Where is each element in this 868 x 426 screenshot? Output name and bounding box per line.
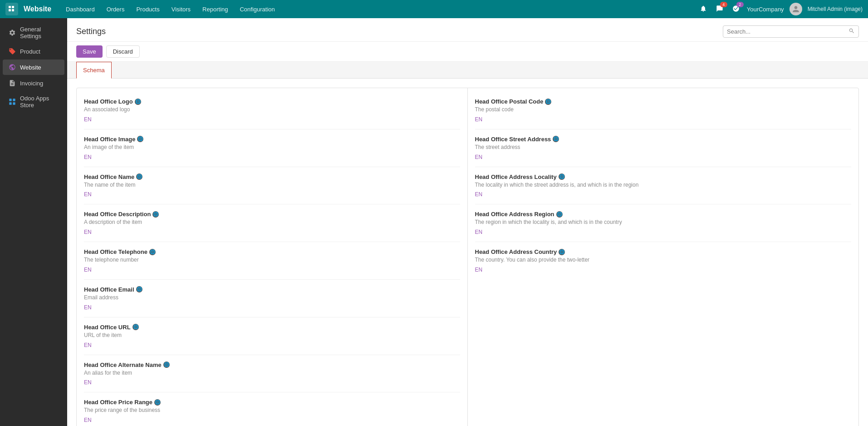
field-head-office-telephone: Head Office Telephone 🌐 The telephone nu…: [84, 242, 460, 280]
field-head-office-address-country: Head Office Address Country 🌐 The countr…: [475, 242, 852, 279]
settings-columns: Head Office Logo 🌐 An associated logo EN…: [76, 88, 859, 426]
field-lang-logo[interactable]: EN: [84, 116, 460, 123]
field-lang-price-range[interactable]: EN: [84, 417, 460, 423]
field-desc-address-locality: The locality in which the street address…: [475, 181, 852, 189]
main-content: Settings Save Discard Schema: [67, 18, 868, 426]
topnav-right: 4 2 YourCompany Mitchell Admin (image): [698, 3, 863, 15]
field-head-office-logo: Head Office Logo 🌐 An associated logo EN: [84, 92, 460, 129]
chat-icon[interactable]: 4: [714, 3, 725, 15]
apps-icon: [8, 98, 16, 106]
svg-rect-4: [9, 99, 11, 101]
field-lang-address-locality[interactable]: EN: [475, 191, 852, 198]
globe-icon-name: 🌐: [136, 173, 142, 180]
field-lang-postal-code[interactable]: EN: [475, 116, 852, 123]
save-button[interactable]: Save: [76, 45, 103, 58]
settings-header: Settings: [67, 18, 868, 42]
sidebar-item-product-label: Product: [20, 48, 40, 55]
sidebar-item-invoicing-label: Invoicing: [20, 80, 43, 87]
svg-rect-2: [9, 9, 11, 11]
field-desc-price-range: The price range of the business: [84, 406, 460, 414]
globe-icon-logo: 🌐: [135, 99, 141, 105]
nav-orders[interactable]: Orders: [101, 3, 130, 15]
sidebar-item-odoo-apps[interactable]: Odoo Apps Store: [3, 91, 64, 112]
search-icon: [848, 28, 855, 35]
sidebar-item-general-settings[interactable]: General Settings: [3, 22, 64, 43]
field-label-name: Head Office Name 🌐: [84, 173, 460, 180]
globe-icon-postal-code: 🌐: [545, 99, 551, 105]
field-lang-street-address[interactable]: EN: [475, 154, 852, 160]
field-lang-address-region[interactable]: EN: [475, 229, 852, 235]
field-desc-postal-code: The postal code: [475, 106, 852, 114]
field-desc-logo: An associated logo: [84, 106, 460, 114]
top-nav: Website Dashboard Orders Products Visito…: [0, 0, 868, 18]
page-title: Settings: [76, 27, 106, 36]
nav-configuration[interactable]: Configuration: [234, 3, 280, 15]
field-head-office-price-range: Head Office Price Range 🌐 The price rang…: [84, 392, 460, 426]
svg-rect-0: [9, 6, 11, 8]
brand-name: Website: [24, 5, 51, 13]
field-lang-name[interactable]: EN: [84, 191, 460, 198]
field-head-office-url: Head Office URL 🌐 URL of the item EN: [84, 317, 460, 355]
field-desc-alt-name: An alias for the item: [84, 369, 460, 377]
tag-icon: [8, 47, 16, 55]
field-lang-url[interactable]: EN: [84, 342, 460, 348]
app-grid-icon[interactable]: [5, 3, 18, 15]
globe-icon-alt-name: 🌐: [163, 362, 170, 368]
globe-icon-address-locality: 🌐: [559, 173, 565, 180]
globe-icon-telephone: 🌐: [149, 249, 156, 255]
globe-icon-address-country: 🌐: [559, 249, 565, 255]
sidebar-item-website-label: Website: [20, 64, 41, 71]
field-head-office-address-region: Head Office Address Region 🌐 The region …: [475, 204, 852, 242]
field-label-price-range: Head Office Price Range 🌐: [84, 399, 460, 406]
sidebar: General Settings Product Website Invoici…: [0, 18, 67, 426]
sidebar-item-invoicing[interactable]: Invoicing: [3, 75, 64, 91]
right-column: Head Office Postal Code 🌐 The postal cod…: [468, 88, 859, 426]
field-head-office-alternate-name: Head Office Alternate Name 🌐 An alias fo…: [84, 355, 460, 393]
field-label-address-country: Head Office Address Country 🌐: [475, 248, 852, 255]
search-input[interactable]: [727, 28, 848, 35]
field-lang-email[interactable]: EN: [84, 304, 460, 311]
field-label-postal-code: Head Office Postal Code 🌐: [475, 98, 852, 105]
activity-icon[interactable]: 2: [731, 3, 741, 15]
field-lang-desc[interactable]: EN: [84, 229, 460, 235]
nav-visitors[interactable]: Visitors: [166, 3, 196, 15]
field-label-telephone: Head Office Telephone 🌐: [84, 248, 460, 255]
field-label-logo: Head Office Logo 🌐: [84, 98, 460, 105]
field-head-office-name: Head Office Name 🌐 The name of the item …: [84, 167, 460, 205]
nav-reporting[interactable]: Reporting: [197, 3, 233, 15]
field-lang-address-country[interactable]: EN: [475, 267, 852, 273]
globe-icon-url: 🌐: [132, 324, 139, 330]
tab-schema[interactable]: Schema: [76, 62, 112, 79]
field-lang-telephone[interactable]: EN: [84, 267, 460, 273]
field-desc-email: Email address: [84, 294, 460, 302]
nav-dashboard[interactable]: Dashboard: [60, 3, 100, 15]
toolbar: Save Discard: [67, 42, 868, 62]
settings-content: Head Office Logo 🌐 An associated logo EN…: [67, 79, 868, 426]
nav-products[interactable]: Products: [131, 3, 165, 15]
field-label-address-locality: Head Office Address Locality 🌐: [475, 173, 852, 180]
field-desc-street-address: The street address: [475, 144, 852, 151]
sidebar-item-odoo-apps-label: Odoo Apps Store: [20, 95, 59, 109]
field-desc-telephone: The telephone number: [84, 256, 460, 264]
user-avatar[interactable]: [790, 3, 802, 15]
website-icon: [8, 63, 16, 71]
field-desc-url: URL of the item: [84, 332, 460, 339]
field-label-street-address: Head Office Street Address 🌐: [475, 136, 852, 143]
field-lang-image[interactable]: EN: [84, 154, 460, 160]
gear-icon: [8, 29, 16, 37]
sidebar-item-general-settings-label: General Settings: [20, 26, 59, 40]
sidebar-item-website[interactable]: Website: [3, 59, 64, 75]
field-label-alt-name: Head Office Alternate Name 🌐: [84, 362, 460, 368]
discard-button[interactable]: Discard: [106, 45, 140, 58]
globe-icon-address-region: 🌐: [556, 211, 563, 218]
field-head-office-postal-code: Head Office Postal Code 🌐 The postal cod…: [475, 92, 852, 129]
globe-icon-desc: 🌐: [152, 211, 159, 218]
notifications-bell[interactable]: [698, 3, 709, 15]
field-lang-alt-name[interactable]: EN: [84, 379, 460, 386]
search-box: [723, 25, 859, 38]
sidebar-item-product[interactable]: Product: [3, 44, 64, 59]
field-label-desc: Head Office Description 🌐: [84, 211, 460, 218]
globe-icon-street-address: 🌐: [553, 136, 559, 142]
field-label-address-region: Head Office Address Region 🌐: [475, 211, 852, 218]
user-name: Mitchell Admin (image): [808, 6, 863, 12]
